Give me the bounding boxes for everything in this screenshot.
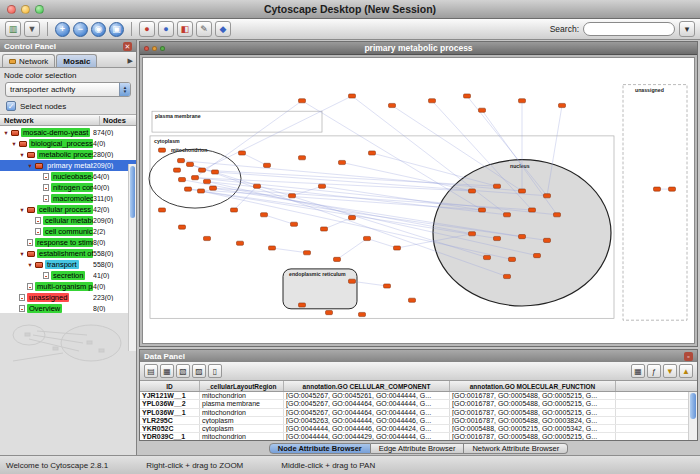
tree-item[interactable]: cell communicat2(2) (0, 226, 136, 237)
network-node[interactable] (319, 184, 326, 188)
table-row[interactable]: YPL036W__2plasma membrane[GO:0045267, GO… (140, 400, 697, 408)
tab-mosaic[interactable]: Mosaic (56, 54, 97, 67)
network-view-titlebar[interactable]: primary metabolic process (140, 42, 697, 55)
search-input[interactable] (583, 22, 675, 36)
tree-scrollbar[interactable] (128, 164, 136, 351)
new-network-from-selection-icon[interactable]: ◧ (177, 21, 193, 37)
tree-item[interactable]: ▼primary metabo209(0) (0, 160, 136, 171)
network-node[interactable] (231, 208, 238, 212)
node-color-attribute-select[interactable]: transporter activity ▲▼ (5, 82, 131, 97)
network-node[interactable] (199, 168, 206, 172)
network-node[interactable] (519, 189, 526, 193)
expander-icon[interactable]: ▼ (18, 207, 26, 213)
network-node[interactable] (321, 227, 328, 231)
network-node[interactable] (409, 298, 416, 302)
network-node[interactable] (349, 216, 356, 220)
network-node[interactable] (326, 311, 333, 315)
function-builder-icon[interactable]: ƒ (647, 364, 661, 378)
zoom-window-icon[interactable] (35, 5, 44, 14)
network-node[interactable] (544, 238, 551, 242)
network-node[interactable] (394, 246, 401, 250)
network-node[interactable] (669, 187, 676, 191)
expander-icon[interactable]: ▼ (10, 141, 18, 147)
network-node[interactable] (204, 236, 211, 240)
network-node[interactable] (494, 184, 501, 188)
network-node[interactable] (159, 208, 166, 212)
network-node[interactable] (299, 303, 306, 307)
tree-item[interactable]: Overview8(0) (0, 303, 136, 313)
network-node[interactable] (484, 255, 491, 259)
network-node[interactable] (469, 189, 476, 193)
table-row[interactable]: YLR295Ccytoplasm[GO:0045263, GO:0044444,… (140, 417, 697, 425)
tree-item[interactable]: ▼establishment of lo558(0) (0, 248, 136, 259)
zoom-in-icon[interactable]: + (55, 22, 70, 37)
network-node[interactable] (464, 94, 471, 98)
network-node[interactable] (179, 178, 186, 182)
network-node[interactable] (299, 156, 306, 160)
network-node[interactable] (429, 99, 436, 103)
expander-icon[interactable]: ▼ (26, 163, 34, 169)
network-node[interactable] (369, 151, 376, 155)
expander-icon[interactable]: ▼ (18, 251, 26, 257)
network-node[interactable] (254, 184, 261, 188)
tree-item[interactable]: macromolecule311(0) (0, 193, 136, 204)
tree-header-nodes[interactable]: Nodes (100, 116, 136, 125)
network-node[interactable] (185, 187, 192, 191)
save-session-icon[interactable]: ▼ (24, 21, 40, 37)
network-node[interactable] (261, 213, 268, 217)
network-node[interactable] (237, 241, 244, 245)
network-node[interactable] (479, 208, 486, 212)
frame-minimize-icon[interactable] (152, 46, 157, 51)
network-node[interactable] (509, 257, 516, 261)
network-node[interactable] (559, 103, 566, 107)
column-header[interactable]: annotation.GO CELLULAR_COMPONENT (284, 381, 450, 391)
tree-item[interactable]: nitrogen compo40(0) (0, 182, 136, 193)
table-row[interactable]: YPL036W__1mitochondrion[GO:0045267, GO:0… (140, 409, 697, 417)
configure-search-icon[interactable]: ▾ (679, 21, 695, 37)
network-node[interactable] (291, 222, 298, 226)
minimize-window-icon[interactable] (21, 5, 30, 14)
trash-icon[interactable]: ▯ (208, 364, 222, 378)
network-node[interactable] (339, 160, 346, 164)
network-node[interactable] (519, 235, 526, 239)
network-node[interactable] (174, 168, 181, 172)
network-node[interactable] (239, 151, 246, 155)
network-node[interactable] (187, 162, 194, 166)
column-header[interactable]: _cellularLayoutRegion (200, 381, 284, 391)
show-all-icon[interactable]: ● (158, 21, 174, 37)
tree-item[interactable]: ▼transport558(0) (0, 259, 136, 270)
network-node[interactable] (529, 208, 536, 212)
tree-item[interactable]: ▼mosaic-demo-yeast874(0) (0, 127, 136, 138)
table-row[interactable]: YDR039C__1mitochondrion[GO:0044444, GO:0… (140, 433, 697, 440)
network-node[interactable] (534, 254, 541, 258)
network-node[interactable] (159, 148, 166, 152)
close-icon[interactable]: ✕ (123, 42, 132, 51)
match-attributes-icon[interactable]: ▨ (192, 364, 206, 378)
network-node[interactable] (544, 194, 551, 198)
network-node[interactable] (212, 170, 219, 174)
more-tabs-icon[interactable]: ▶ (128, 57, 136, 67)
network-node[interactable] (334, 257, 341, 261)
network-node[interactable] (504, 274, 511, 278)
tree-item[interactable]: unassigned223(0) (0, 292, 136, 303)
select-nodes-checkbox[interactable]: ✓ (6, 101, 16, 111)
tab-edge-attribute-browser[interactable]: Edge Attribute Browser (371, 443, 465, 454)
tab-node-attribute-browser[interactable]: Node Attribute Browser (269, 443, 371, 454)
network-node[interactable] (479, 108, 486, 112)
tree-item[interactable]: ▼metabolic proces280(0) (0, 149, 136, 160)
expander-icon[interactable]: ▼ (2, 130, 10, 136)
network-node[interactable] (364, 236, 371, 240)
tree-item[interactable]: response to stimul8(0) (0, 237, 136, 248)
attribute-matrix-icon[interactable]: ▦ (631, 364, 645, 378)
network-node[interactable] (349, 279, 356, 283)
network-node[interactable] (554, 213, 561, 217)
network-node[interactable] (389, 103, 396, 107)
network-node[interactable] (210, 186, 217, 190)
export-attributes-icon[interactable]: ▲ (679, 364, 693, 378)
network-node[interactable] (519, 99, 526, 103)
network-node[interactable] (179, 225, 186, 229)
vizmapper-icon[interactable]: ◆ (215, 21, 231, 37)
network-node[interactable] (264, 163, 271, 167)
hide-selected-icon[interactable]: ● (139, 21, 155, 37)
tree-item[interactable]: secretion41(0) (0, 270, 136, 281)
